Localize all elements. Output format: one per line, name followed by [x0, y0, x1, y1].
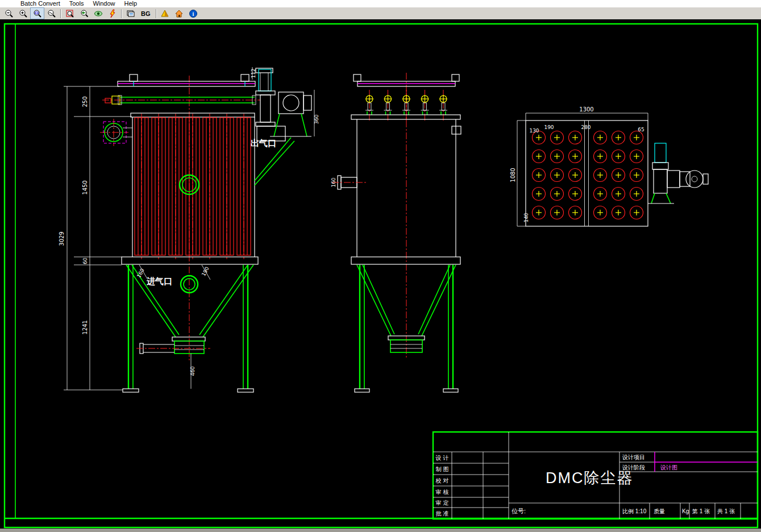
toolbar-separator — [60, 9, 61, 18]
zoom-extents-button[interactable] — [63, 7, 77, 19]
zoom-in-button[interactable] — [16, 7, 30, 19]
dim-edge-65: 65 — [638, 127, 644, 132]
dim-fan-height: 360 — [314, 114, 319, 124]
bag-hole-grid — [533, 131, 643, 219]
toolbar-separator — [156, 9, 156, 18]
zoom-realtime-button[interactable] — [44, 7, 59, 19]
dim-side-inlet: 160 — [331, 177, 336, 187]
markup-icon — [108, 9, 117, 18]
layers-icon — [126, 9, 135, 18]
top-view: 1300 1080 130 190 280 65 140 — [510, 106, 708, 226]
zoom-realtime-icon — [47, 9, 56, 18]
filter-bags — [135, 114, 251, 259]
dim-duct-width: 112 — [251, 68, 256, 78]
dim-bag-section: 1450 — [82, 180, 88, 194]
title-block: 设 计 制 图 校 对 审 核 审 定 批 准 DMC除尘器 设计项目 设计阶段… — [433, 432, 758, 519]
pulse-valves — [365, 90, 447, 122]
front-view: 出气口 进气口 3029 250 1450 60 1241 460 112 36… — [59, 67, 319, 392]
zoom-window-button[interactable] — [30, 7, 44, 19]
tb-unit-label: Kg — [682, 508, 689, 514]
about-button[interactable]: i — [186, 7, 201, 19]
tb-dwg-label: 设计图 — [660, 464, 677, 471]
tb-project-label: 设计项目 — [622, 454, 645, 460]
menu-batch-convert[interactable]: Batch Convert — [16, 0, 65, 7]
tb-scale-label: 比例 1:10 — [622, 508, 647, 514]
dim-edge-140: 140 — [523, 213, 529, 222]
render-icon — [160, 9, 169, 18]
dim-center-280: 280 — [581, 124, 590, 130]
home-icon — [174, 9, 184, 18]
tb-row-draft: 制 图 — [436, 466, 449, 472]
render-button[interactable] — [158, 7, 172, 19]
background-toggle-button[interactable]: BG — [138, 7, 154, 19]
tb-row-approve: 审 定 — [436, 500, 449, 506]
home-button[interactable] — [172, 7, 186, 19]
toolbar: BG i — [0, 7, 761, 20]
view-3d-button[interactable] — [91, 7, 105, 19]
drawing-title: DMC除尘器 — [546, 469, 634, 487]
dim-lower-section: 1241 — [82, 320, 88, 334]
inlet-label: 进气口 — [146, 276, 172, 286]
tb-row-check: 校 对 — [435, 477, 449, 484]
dim-top-section: 250 — [82, 96, 88, 107]
dim-top-width: 1300 — [579, 106, 593, 113]
drawing-canvas[interactable]: 出气口 进气口 3029 250 1450 60 1241 460 112 36… — [0, 19, 761, 529]
tb-sheet-label: 第 1 张 — [692, 508, 710, 514]
zoom-extents-icon — [65, 9, 74, 18]
dim-pitch-190: 190 — [544, 124, 554, 130]
side-view: 160 — [331, 73, 461, 392]
about-icon: i — [189, 9, 198, 18]
dim-top-height: 1080 — [510, 168, 516, 182]
menu-bar: Batch Convert Tools Window Help — [0, 0, 761, 7]
tb-stage-label: 设计阶段 — [622, 464, 645, 471]
markup-button[interactable] — [105, 7, 119, 19]
dim-flange: 60 — [82, 257, 88, 264]
outlet-label: 出气口 — [251, 138, 276, 148]
cad-viewer-app: { "menu": { "items": ["Batch Convert", "… — [0, 0, 761, 532]
svg-text:i: i — [193, 11, 194, 17]
dim-total-height: 3029 — [59, 231, 65, 246]
tb-row-authorize: 批 准 — [436, 510, 449, 517]
layers-button[interactable] — [123, 7, 138, 19]
menu-tools[interactable]: Tools — [65, 0, 89, 7]
tb-row-design: 设 计 — [435, 455, 449, 461]
tb-mass-label: 质量 — [654, 508, 665, 514]
menu-window[interactable]: Window — [88, 0, 119, 7]
status-bar — [0, 529, 761, 532]
toolbar-separator — [121, 9, 122, 18]
zoom-window-icon — [33, 9, 42, 18]
zoom-out-icon — [5, 9, 14, 18]
dim-discharge: 460 — [190, 366, 196, 376]
zoom-previous-button[interactable] — [77, 7, 91, 19]
tb-row-review: 审 核 — [436, 489, 449, 495]
menu-help[interactable]: Help — [120, 0, 142, 7]
zoom-previous-icon — [80, 9, 89, 18]
tb-tag-label: 位号: — [512, 508, 526, 514]
dim-edge-130: 130 — [529, 128, 539, 134]
view-3d-icon — [94, 9, 103, 18]
zoom-out-button[interactable] — [2, 7, 16, 19]
tb-total-label: 共 1 张 — [717, 508, 735, 514]
zoom-in-icon — [19, 9, 28, 18]
